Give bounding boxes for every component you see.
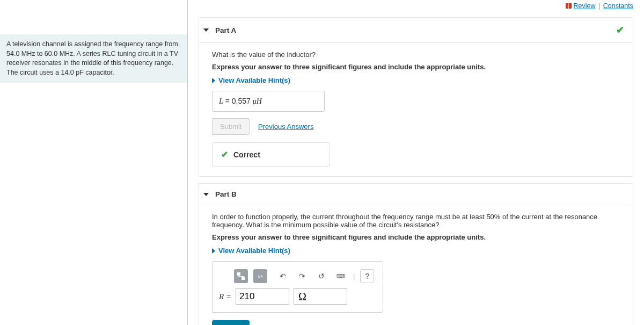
subscript-tool-icon[interactable]: xA [253, 269, 267, 283]
caret-down-icon [203, 193, 209, 196]
part-a-instruction: Express your answer to three significant… [212, 63, 620, 71]
keyboard-icon[interactable]: ⌨ [334, 269, 348, 283]
part-a: Part A ✔ What is the value of the induct… [199, 17, 633, 177]
svg-rect-0 [237, 272, 240, 276]
lhs: L [219, 97, 223, 105]
unit: μH [253, 97, 262, 105]
equation-toolbar: xA ↶ ↷ ↺ ⌨ | ? [219, 267, 376, 288]
help-button[interactable]: ? [360, 269, 374, 283]
triangle-right-icon [212, 78, 215, 83]
equals: = [225, 97, 230, 105]
lhs: R = [219, 292, 231, 301]
part-a-header[interactable]: Part A ✔ [199, 18, 633, 42]
part-b-input-widget: xA ↶ ↷ ↺ ⌨ | ? R = [212, 261, 383, 313]
hints-label: View Available Hint(s) [218, 76, 290, 84]
part-b: Part B In order to function properly, th… [199, 183, 633, 325]
part-a-previous-answers-link[interactable]: Previous Answers [258, 122, 313, 131]
svg-rect-1 [241, 277, 245, 280]
top-links: Review | Constants [199, 0, 633, 11]
review-link[interactable]: Review [574, 2, 596, 10]
redo-icon[interactable]: ↷ [295, 269, 309, 283]
svg-rect-2 [238, 276, 244, 277]
reset-icon[interactable]: ↺ [314, 269, 328, 283]
part-b-header[interactable]: Part B [199, 184, 633, 205]
part-a-feedback: ✔ Correct [212, 142, 330, 167]
template-tool-icon[interactable] [234, 269, 248, 283]
separator: | [353, 272, 355, 280]
part-a-question: What is the value of the inductor? [212, 50, 620, 59]
book-icon [566, 3, 572, 9]
problem-statement: A television channel is assigned the fre… [0, 34, 187, 83]
part-b-instruction: Express your answer to three significant… [212, 233, 620, 241]
part-a-submit-button: Submit [212, 118, 250, 135]
value: 0.557 [232, 97, 251, 105]
separator: | [598, 2, 600, 10]
part-b-title: Part B [215, 190, 237, 198]
part-b-question: In order to function properly, the curre… [212, 213, 620, 229]
part-a-answer: L = 0.557 μH [212, 91, 325, 112]
feedback-text: Correct [233, 150, 260, 159]
check-icon: ✔ [221, 149, 228, 160]
part-a-hints-toggle[interactable]: View Available Hint(s) [212, 76, 620, 84]
hints-label: View Available Hint(s) [218, 247, 290, 255]
triangle-right-icon [212, 248, 215, 254]
part-b-hints-toggle[interactable]: View Available Hint(s) [212, 247, 620, 255]
constants-link[interactable]: Constants [603, 2, 633, 10]
undo-icon[interactable]: ↶ [276, 269, 290, 283]
value-input[interactable] [236, 288, 289, 305]
unit-input[interactable] [294, 288, 347, 305]
part-b-submit-button[interactable]: Submit [212, 320, 250, 325]
part-a-title: Part A [215, 26, 236, 34]
check-icon: ✔ [616, 24, 624, 36]
caret-down-icon [203, 28, 209, 32]
